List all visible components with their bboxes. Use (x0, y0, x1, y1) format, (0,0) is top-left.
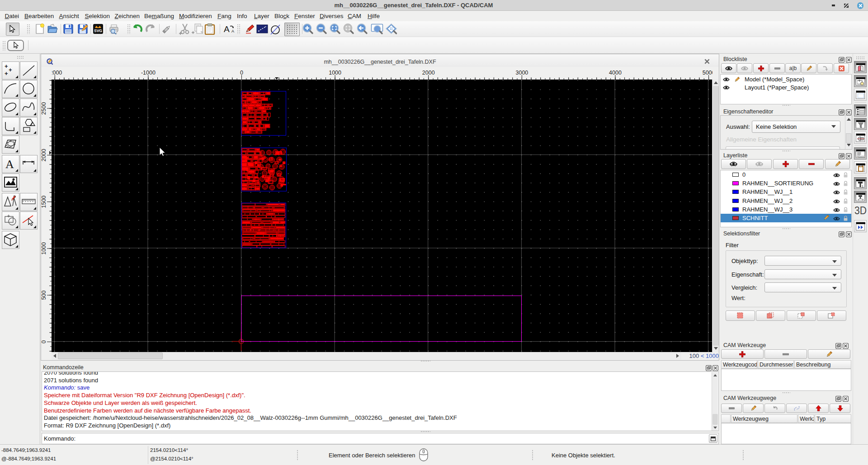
svg-text:A: A (224, 24, 230, 34)
svg-text:A: A (231, 29, 234, 33)
svg-text:500: 500 (41, 291, 47, 300)
svg-text:1500: 1500 (41, 196, 47, 208)
svg-text:2500: 2500 (41, 102, 47, 115)
svg-text:-2000: -2000 (52, 70, 62, 76)
svg-text:SVG: SVG (94, 28, 102, 33)
svg-text:0: 0 (41, 340, 47, 343)
svg-text:1000: 1000 (329, 70, 341, 76)
svg-text:4000: 4000 (609, 70, 622, 76)
svg-text:+: + (9, 66, 12, 73)
svg-text:-1000: -1000 (141, 70, 156, 76)
svg-text:2000: 2000 (41, 149, 47, 161)
svg-text:2000: 2000 (422, 70, 435, 76)
svg-text:5000: 5000 (703, 70, 712, 76)
svg-text:+: + (5, 63, 8, 70)
svg-text:3000: 3000 (515, 70, 528, 76)
svg-text:1: 1 (862, 185, 863, 188)
svg-text:+: + (5, 70, 8, 77)
svg-text:1000: 1000 (41, 242, 47, 255)
svg-text:Kommand: Kommand (858, 156, 865, 158)
svg-text:A: A (5, 158, 14, 171)
svg-text:0: 0 (240, 70, 243, 76)
